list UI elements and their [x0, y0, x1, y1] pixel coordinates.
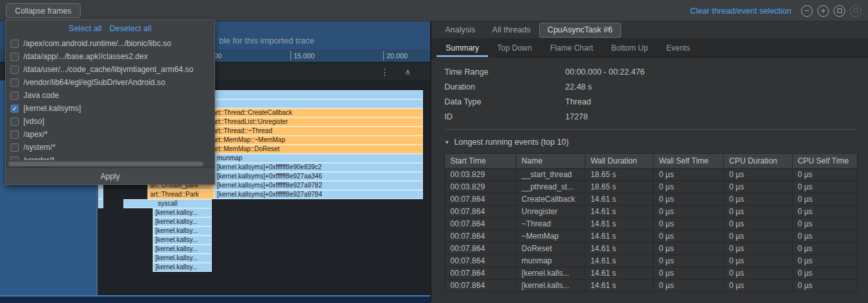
deselect-all-link[interactable]: Deselect all — [110, 24, 152, 33]
filter-item-label: /data/user/.../code_cache/libjvmtiagent_… — [23, 65, 193, 74]
checkbox[interactable] — [10, 143, 19, 152]
event-row[interactable]: 00:07.864 Unregister 14.61 s 0 µs 0 µs 0… — [445, 206, 858, 218]
flame-frame[interactable]: [kernel.kallsyms]+0xffffff8e90e839c2 — [214, 163, 423, 172]
event-wall-duration: 14.61 s — [585, 206, 653, 218]
filter-item[interactable]: /system/* — [6, 141, 214, 154]
event-wall-self-time: 0 µs — [654, 206, 724, 218]
flame-frame[interactable]: [kernel.kallsyms]+0xffffff8e927a9784 — [214, 190, 423, 199]
filter-item[interactable]: /apex/* — [6, 128, 214, 141]
scrollbar-thumb[interactable] — [8, 162, 203, 166]
filter-item[interactable]: Java code — [6, 89, 214, 102]
checkbox[interactable] — [10, 53, 19, 61]
checkbox[interactable] — [10, 117, 19, 126]
event-name: Unregister — [516, 206, 585, 218]
flame-frame[interactable] — [98, 190, 103, 199]
summary-label: Time Range — [444, 67, 565, 77]
flame-frame[interactable] — [98, 199, 103, 208]
collapse-track-icon[interactable]: ∧ — [405, 67, 411, 77]
checkbox[interactable]: ✓ — [10, 104, 19, 113]
filter-item[interactable]: /data/user/.../code_cache/libjvmtiagent_… — [6, 63, 214, 76]
flame-frame[interactable]: [kernel.kallsy... — [153, 217, 212, 226]
event-cpu-duration: 0 µs — [724, 169, 792, 181]
flame-frame[interactable]: art::MemMap::DoReset — [210, 145, 423, 154]
details-tab[interactable]: All threads — [484, 21, 539, 39]
flame-frame[interactable]: art::Thread::~Thread — [210, 127, 423, 136]
track-options-kebab-icon[interactable]: ⋮ — [380, 67, 389, 77]
filter-item[interactable]: ✓ [kernel.kallsyms] — [6, 102, 214, 115]
event-row[interactable]: 00:07.864 CreateCallback 14.61 s 0 µs 0 … — [445, 193, 858, 206]
event-cpu-duration: 0 µs — [724, 218, 792, 230]
column-header[interactable]: Wall Self Time — [654, 154, 724, 169]
event-cpu-self-time: 0 µs — [792, 230, 857, 243]
flame-frame[interactable]: [kernel.kallsy... — [153, 263, 212, 272]
collapse-frames-button[interactable]: Collapse frames — [6, 3, 81, 18]
column-header[interactable]: Wall Duration — [585, 154, 653, 169]
flame-frame[interactable]: [kernel.kallsyms]+0xffffff8e927aa346 — [214, 172, 423, 181]
trace-notice-text: ble for this imported trace — [219, 36, 314, 45]
event-row[interactable]: 00:07.864 [kernel.kalls... 14.61 s 0 µs … — [445, 280, 858, 292]
flame-frame[interactable]: art::MemMap::~MemMap — [210, 136, 423, 145]
event-row[interactable]: 00:03.829 __pthread_st... 18.65 s 0 µs 0… — [445, 181, 858, 193]
details-subtab[interactable]: Events — [657, 39, 699, 57]
event-row[interactable]: 00:07.864 ~MemMap 14.61 s 0 µs 0 µs 0 µs — [445, 230, 858, 243]
event-start-time: 00:07.864 — [445, 280, 517, 292]
event-row[interactable]: 00:07.864 ~Thread 14.61 s 0 µs 0 µs 0 µs — [445, 218, 858, 230]
event-start-time: 00:07.864 — [445, 206, 517, 218]
checkbox[interactable] — [10, 79, 19, 87]
details-subtab[interactable]: Bottom Up — [602, 39, 657, 57]
filter-item-label: [vdso] — [23, 117, 44, 126]
details-subtab[interactable]: Flame Chart — [541, 39, 602, 57]
flame-frame[interactable]: [kernel.kallsy... — [153, 226, 212, 236]
checkbox[interactable] — [10, 130, 19, 139]
flame-frame[interactable]: [kernel.kallsy... — [153, 208, 212, 217]
checkbox[interactable] — [10, 91, 19, 100]
select-all-link[interactable]: Select all — [69, 24, 102, 33]
event-wall-duration: 14.61 s — [585, 267, 653, 280]
details-tab[interactable]: Analysis — [437, 21, 484, 39]
flame-frame[interactable]: [kernel.kallsy... — [153, 254, 212, 263]
event-name: ~MemMap — [516, 230, 585, 243]
flame-frame[interactable]: art::Thread::CreateCallback — [210, 108, 423, 117]
checkbox[interactable] — [10, 40, 19, 48]
filter-item[interactable]: /vendor/* — [6, 154, 214, 160]
event-wall-self-time: 0 µs — [654, 280, 724, 292]
column-header[interactable]: CPU Self Time — [792, 154, 857, 169]
details-subtab[interactable]: Summary — [437, 39, 488, 57]
checkbox[interactable] — [10, 66, 19, 74]
clear-selection-link[interactable]: Clear thread/event selection — [690, 6, 791, 16]
details-tab[interactable]: CpuAsyncTask #6 — [539, 23, 621, 38]
summary-value: 22.48 s — [565, 82, 592, 91]
reset-zoom-icon[interactable] — [834, 5, 845, 17]
zoom-in-icon[interactable]: + — [817, 5, 829, 17]
column-header[interactable]: CPU Duration — [724, 154, 792, 169]
flame-frame[interactable]: art::ThreadList::Unregister — [210, 117, 423, 127]
column-header[interactable]: Start Time — [445, 154, 517, 169]
zoom-to-selection-icon[interactable] — [850, 5, 862, 17]
event-name: __pthread_st... — [516, 181, 585, 193]
event-row[interactable]: 00:07.864 DoReset 14.61 s 0 µs 0 µs 0 µs — [445, 243, 858, 255]
flame-frame[interactable]: [kernel.kallsy... — [153, 236, 212, 245]
column-header[interactable]: Name — [516, 154, 585, 169]
flame-frame[interactable]: [kernel.kallsyms]+0xffffff8e927a9782 — [214, 181, 423, 190]
filter-item[interactable]: /data/app/.../base.apk!/classes2.dex — [6, 50, 214, 63]
event-name: CreateCallback — [516, 193, 585, 206]
event-row[interactable]: 00:03.829 __start_thread 18.65 s 0 µs 0 … — [445, 169, 858, 181]
event-name: __start_thread — [516, 169, 585, 181]
checkbox[interactable] — [10, 156, 19, 161]
event-row[interactable]: 00:07.864 [kernel.kalls... 14.61 s 0 µs … — [445, 267, 858, 280]
zoom-out-icon[interactable]: − — [801, 5, 813, 17]
toolbar-right-cluster: Clear thread/event selection − + — [690, 0, 862, 21]
filter-item[interactable]: [vdso] — [6, 115, 214, 128]
flame-frame[interactable]: syscall — [123, 199, 212, 208]
event-wall-duration: 14.61 s — [585, 230, 653, 243]
event-row[interactable]: 00:07.864 munmap 14.61 s 0 µs 0 µs 0 µs — [445, 255, 858, 267]
apply-button[interactable]: Apply — [6, 167, 214, 184]
timeline-minimap-strip[interactable] — [0, 295, 430, 303]
filter-item[interactable]: /apex/com.android.runtime/.../bionic/lib… — [6, 37, 214, 50]
filter-item[interactable]: /vendor/lib64/egl/eglSubDriverAndroid.so — [6, 76, 214, 89]
details-subtab[interactable]: Top Down — [488, 39, 541, 57]
longest-events-section-header[interactable]: ▼ Longest running events (top 10) — [444, 138, 858, 147]
flame-frame[interactable]: [kernel.kallsy... — [153, 245, 212, 254]
flame-frame[interactable]: art::Thread::Park — [147, 190, 214, 199]
flame-frame[interactable]: munmap — [214, 154, 423, 163]
